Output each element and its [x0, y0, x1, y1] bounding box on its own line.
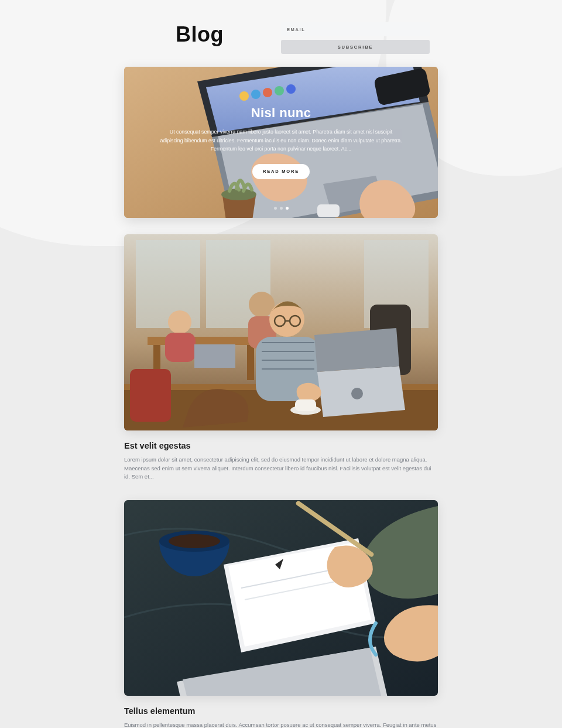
svg-point-48 — [169, 534, 220, 548]
page-title: Blog — [176, 22, 281, 47]
post-card: Est velit egestas Lorem ipsum dolor sit … — [124, 234, 438, 481]
post-title[interactable]: Tellus elementum — [124, 706, 438, 716]
svg-rect-22 — [247, 345, 254, 380]
subscribe-button[interactable]: SUBSCRIBE — [281, 40, 430, 54]
post-image[interactable] — [124, 234, 438, 430]
post-excerpt: Euismod in pellentesque massa placerat d… — [124, 721, 438, 728]
read-more-button[interactable]: READ MORE — [252, 164, 310, 179]
svg-rect-17 — [136, 240, 200, 328]
post-title[interactable]: Est velit egestas — [124, 441, 438, 450]
slider-dot[interactable] — [286, 207, 289, 210]
svg-point-25 — [168, 310, 191, 334]
email-field[interactable] — [281, 22, 430, 36]
header-row: Blog SUBSCRIBE — [124, 0, 438, 54]
svg-rect-44 — [295, 399, 316, 411]
svg-point-42 — [351, 388, 363, 399]
slider-dots — [124, 207, 438, 210]
svg-rect-26 — [165, 333, 196, 362]
svg-marker-41 — [314, 328, 399, 372]
svg-rect-45 — [130, 369, 171, 422]
post-image[interactable] — [124, 500, 438, 696]
hero-title: Nisl nunc — [251, 105, 311, 121]
svg-rect-27 — [194, 344, 235, 368]
post-excerpt: Lorem ipsum dolor sit amet, consectetur … — [124, 456, 438, 481]
slider-dot[interactable] — [280, 207, 283, 210]
slider-dot[interactable] — [274, 207, 277, 210]
post-card: Tellus elementum Euismod in pellentesque… — [124, 500, 438, 728]
hero-excerpt: Ut consequat semper viverra nam libero j… — [158, 128, 404, 153]
hero-slider: Nisl nunc Ut consequat semper viverra na… — [124, 67, 438, 218]
